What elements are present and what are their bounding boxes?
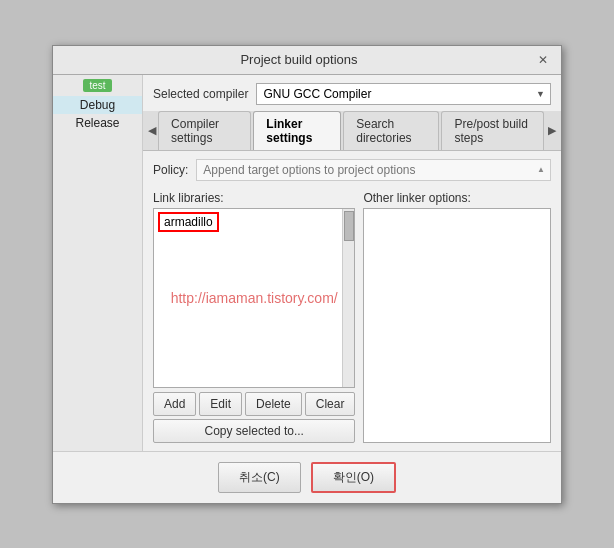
tab-arrow-left[interactable]: ◀ bbox=[145, 118, 158, 142]
add-button[interactable]: Add bbox=[153, 392, 196, 416]
policy-input[interactable] bbox=[196, 159, 551, 181]
delete-button[interactable]: Delete bbox=[245, 392, 302, 416]
scroll-thumb[interactable] bbox=[344, 211, 354, 241]
copy-selected-button[interactable]: Copy selected to... bbox=[153, 419, 355, 443]
sidebar-item-debug[interactable]: Debug bbox=[53, 96, 142, 114]
watermark: http://iamaman.tistory.com/ bbox=[171, 290, 338, 306]
link-libraries-panel: Link libraries: armadillo http://iamaman… bbox=[153, 191, 355, 443]
tab-arrow-right[interactable]: ▶ bbox=[546, 118, 559, 142]
other-linker-label: Other linker options: bbox=[363, 191, 551, 205]
title-bar: Project build options ✕ bbox=[53, 46, 561, 75]
main-content: Selected compiler GNU GCC Compiler ◀ Com… bbox=[143, 75, 561, 451]
other-linker-panel: Other linker options: bbox=[363, 191, 551, 443]
compiler-row: Selected compiler GNU GCC Compiler bbox=[143, 75, 561, 111]
close-button[interactable]: ✕ bbox=[535, 52, 551, 68]
panels-row: Link libraries: armadillo http://iamaman… bbox=[153, 191, 551, 443]
clear-button[interactable]: Clear bbox=[305, 392, 356, 416]
dialog-title: Project build options bbox=[63, 52, 535, 67]
compiler-label: Selected compiler bbox=[153, 87, 248, 101]
cancel-button[interactable]: 취소(C) bbox=[218, 462, 301, 493]
tab-compiler-settings[interactable]: Compiler settings bbox=[158, 111, 251, 150]
link-libraries-list[interactable]: armadillo http://iamaman.tistory.com/ bbox=[153, 208, 355, 388]
dialog-body: test Debug Release Selected compiler GNU… bbox=[53, 75, 561, 451]
sidebar: test Debug Release bbox=[53, 75, 143, 451]
confirm-button[interactable]: 확인(O) bbox=[311, 462, 396, 493]
tab-search-directories[interactable]: Search directories bbox=[343, 111, 439, 150]
tab-pre-post-build[interactable]: Pre/post build steps bbox=[441, 111, 543, 150]
dialog-footer: 취소(C) 확인(O) bbox=[53, 451, 561, 503]
policy-field-wrap bbox=[196, 159, 551, 181]
tab-linker-settings[interactable]: Linker settings bbox=[253, 111, 341, 150]
sidebar-item-release[interactable]: Release bbox=[53, 114, 142, 132]
list-scrollbar[interactable] bbox=[342, 209, 354, 387]
dialog: Project build options ✕ test Debug Relea… bbox=[52, 45, 562, 504]
tabs-bar: ◀ Compiler settings Linker settings Sear… bbox=[143, 111, 561, 151]
edit-button[interactable]: Edit bbox=[199, 392, 242, 416]
armadillo-label: armadillo bbox=[158, 212, 219, 232]
policy-label: Policy: bbox=[153, 163, 188, 177]
link-libraries-item-armadillo[interactable]: armadillo bbox=[154, 209, 354, 235]
tab-content: Policy: Link libraries: armadillo bbox=[143, 151, 561, 451]
compiler-select[interactable]: GNU GCC Compiler bbox=[256, 83, 551, 105]
policy-row: Policy: bbox=[153, 159, 551, 181]
compiler-select-wrap: GNU GCC Compiler bbox=[256, 83, 551, 105]
link-libraries-buttons: Add Edit Delete Clear bbox=[153, 392, 355, 416]
other-linker-list[interactable] bbox=[363, 208, 551, 443]
link-libraries-label: Link libraries: bbox=[153, 191, 355, 205]
copy-row: Copy selected to... bbox=[153, 419, 355, 443]
sidebar-tag: test bbox=[83, 79, 111, 92]
